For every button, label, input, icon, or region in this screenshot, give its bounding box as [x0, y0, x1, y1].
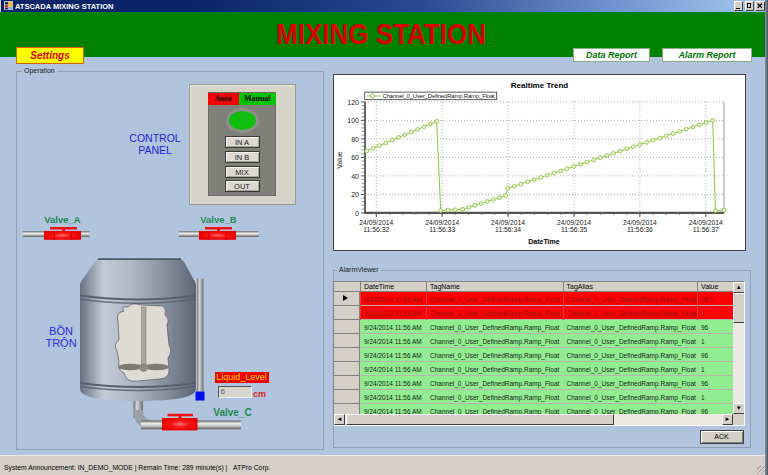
svg-text:20: 20 — [351, 191, 359, 198]
svg-text:80: 80 — [351, 135, 359, 142]
svg-text:100: 100 — [347, 117, 359, 124]
svg-text:11:56:32: 11:56:32 — [363, 225, 389, 232]
svg-text:11:56:34: 11:56:34 — [495, 225, 521, 232]
svg-text:11:56:33: 11:56:33 — [429, 225, 455, 232]
svg-text:11:56:36: 11:56:36 — [626, 225, 652, 232]
svg-text:11:56:35: 11:56:35 — [561, 225, 587, 232]
svg-text:DateTime: DateTime — [528, 238, 559, 245]
svg-text:40: 40 — [351, 172, 359, 179]
svg-text:60: 60 — [351, 154, 359, 161]
svg-text:Realtime Trend: Realtime Trend — [510, 80, 567, 89]
svg-text:Channel_0_User_DefinedRamp.Ram: Channel_0_User_DefinedRamp.Ramp_Float — [382, 93, 495, 99]
svg-text:Value: Value — [336, 151, 343, 168]
svg-text:0: 0 — [355, 209, 359, 216]
svg-text:11:56:37: 11:56:37 — [692, 225, 718, 232]
svg-text:120: 120 — [347, 98, 359, 105]
